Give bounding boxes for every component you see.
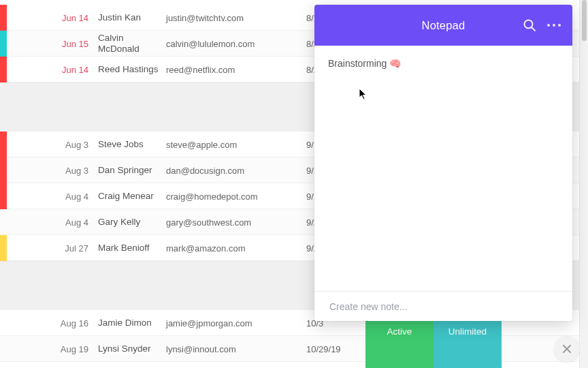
row-date: Jun 14 <box>10 65 98 75</box>
status-badge-active[interactable]: Active <box>365 318 434 368</box>
search-icon <box>523 18 536 32</box>
notepad-more-button[interactable] <box>545 18 563 33</box>
row-email: dan@docusign.com <box>166 166 302 176</box>
notepad-search-button[interactable] <box>522 18 537 33</box>
row-date: Aug 4 <box>10 191 98 202</box>
status-badge-active-label: Active <box>387 326 412 337</box>
row-name: Steve Jobs <box>98 139 166 150</box>
row-name: Dan Springer <box>98 165 166 176</box>
row-email: jamie@jpmorgan.com <box>166 318 302 328</box>
row-email: mark@amazon.com <box>166 243 302 254</box>
notepad-title: Notepad <box>422 19 466 32</box>
notepad-footer <box>314 291 572 321</box>
window-scrollbar-thumb[interactable] <box>582 0 587 41</box>
row-email: steve@apple.com <box>166 140 302 150</box>
row-flag <box>0 235 7 261</box>
window-scrollbar[interactable] <box>579 0 588 368</box>
row-flag <box>0 209 7 235</box>
notepad-panel: Notepad Brainstorming 🧠 <box>314 5 572 321</box>
row-email: justin@twitchtv.com <box>166 13 302 23</box>
status-badge-strip: Active Unlimited <box>365 318 502 368</box>
row-name: Reed Hastings <box>98 64 166 75</box>
row-email: calvin@lululemon.com <box>166 39 302 49</box>
row-email: craig@homedepot.com <box>166 191 302 202</box>
row-date: Jul 27 <box>10 243 98 254</box>
row-date: Aug 19 <box>10 344 98 354</box>
row-date: Aug 4 <box>10 217 98 228</box>
row-email: gary@southwest.com <box>166 217 302 228</box>
row-flag <box>0 336 7 362</box>
row-flag <box>0 310 7 336</box>
more-horizontal-icon <box>547 24 550 27</box>
row-name: Calvin McDonald <box>98 33 166 54</box>
row-name: Mark Benioff <box>98 243 166 254</box>
row-date: Aug 3 <box>10 140 98 150</box>
row-flag <box>0 5 7 31</box>
row-date: Jun 15 <box>10 39 98 49</box>
new-note-input[interactable] <box>329 301 557 312</box>
row-date: Aug 16 <box>10 318 98 328</box>
notepad-body[interactable]: Brainstorming 🧠 <box>314 46 572 291</box>
row-flag <box>0 183 7 209</box>
svg-line-1 <box>532 27 535 31</box>
row-flag <box>0 157 7 183</box>
note-title: Brainstorming 🧠 <box>328 58 559 69</box>
row-flag <box>0 31 7 57</box>
row-flag <box>0 57 7 82</box>
row-name: Craig Menear <box>98 191 166 202</box>
row-name: Justin Kan <box>98 12 166 23</box>
status-badge-unlimited-label: Unlimited <box>448 326 487 337</box>
row-email: lynsi@innout.com <box>166 344 302 354</box>
row-flag <box>0 132 7 157</box>
status-badge-unlimited[interactable]: Unlimited <box>434 318 502 368</box>
notepad-header: Notepad <box>314 5 572 46</box>
row-name: Gary Kelly <box>98 217 166 228</box>
row-name: Lynsi Snyder <box>98 343 166 354</box>
row-date: Jun 14 <box>10 13 98 23</box>
row-name: Jamie Dimon <box>98 318 166 328</box>
close-icon <box>562 344 572 354</box>
row-email: reed@netflix.com <box>166 65 302 75</box>
close-button[interactable] <box>554 336 580 362</box>
row-date: Aug 3 <box>10 166 98 176</box>
mouse-cursor <box>359 88 368 100</box>
